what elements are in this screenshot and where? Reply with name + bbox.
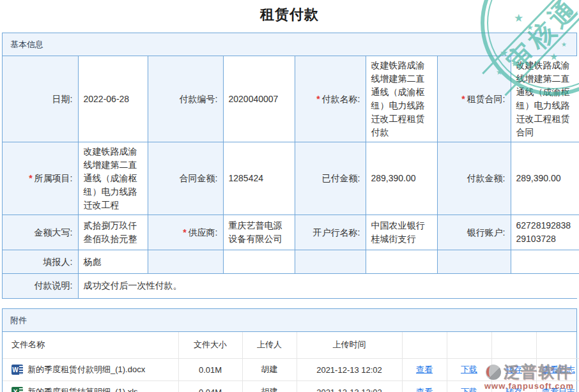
paid-amount-label: 已付金额:: [295, 142, 366, 215]
basic-info-panel: 基本信息 日期: 2022-06-28 付款编号: 2020040007 *付款…: [2, 33, 577, 299]
empty-value-cell: [366, 250, 437, 274]
bank-name-label: 开户行名称:: [295, 215, 366, 250]
empty-label-cell: [148, 250, 223, 274]
attachment-row: X 新的季度租赁结算明细_(1).xls 0.04M 胡建 2021-12-13…: [3, 381, 579, 392]
empty-value-cell: [511, 250, 579, 274]
file-upload-time: 2021-12-13 12:02: [297, 381, 402, 392]
col-header-action: [402, 332, 447, 359]
view-link[interactable]: 查看: [416, 365, 433, 374]
view-link[interactable]: 查看: [416, 387, 433, 392]
payment-name-value: 改建铁路成渝线增建第二直通线（成渝枢纽）电力线路迁改工程租赁付款: [366, 56, 437, 142]
date-value: 2022-06-28: [78, 56, 148, 142]
empty-label-cell: [295, 250, 366, 274]
lease-contract-value: 改建铁路成渝线增建第二直通线（成渝枢纽）电力线路迁改工程租赁合同: [511, 56, 579, 142]
preparer-label: 填报人:: [3, 250, 78, 274]
save-as-link[interactable]: 转存: [506, 387, 522, 392]
col-header-file-size: 文件大小: [178, 332, 242, 359]
attachments-table: 文件名称 文件大小 上传人 上传时间 W 新的季度租赁付款明细_(1).docx…: [3, 332, 579, 392]
required-asterisk: *: [316, 94, 320, 104]
view-log-link[interactable]: 查看日志: [542, 365, 575, 374]
download-link[interactable]: 下载: [461, 365, 477, 374]
amount-words-label: 金额大写:: [3, 215, 78, 250]
attachment-row: W 新的季度租赁付款明细_(1).docx 0.01M 胡建 2021-12-1…: [3, 359, 579, 381]
project-label: *所属项目:: [3, 142, 78, 215]
bank-account-label: 银行账户:: [437, 215, 511, 250]
required-asterisk: *: [461, 94, 465, 104]
excel-file-icon: X: [12, 387, 23, 392]
page-title: 租赁付款: [0, 0, 579, 33]
payment-amount-label: 付款金额:: [437, 142, 511, 215]
attachments-panel: 附件 文件名称 文件大小 上传人 上传时间 W 新的季度租赁付款明细_(1).d…: [2, 308, 577, 392]
payment-amount-value: 289,390.00: [511, 142, 579, 215]
col-header-action: [447, 332, 491, 359]
basic-info-section-header: 基本信息: [3, 33, 576, 56]
col-header-uploader: 上传人: [242, 332, 297, 359]
lease-contract-label: *租赁合同:: [437, 56, 511, 142]
col-header-upload-time: 上传时间: [297, 332, 402, 359]
payment-note-value: 成功交付后一次性付款。: [78, 274, 579, 298]
project-value: 改建铁路成渝线增建第二直通线（成渝枢纽）电力线路迁改工程: [78, 142, 148, 215]
file-upload-time: 2021-12-13 12:02: [297, 359, 402, 381]
file-uploader: 胡建: [242, 381, 297, 392]
payment-no-label: 付款编号:: [148, 56, 223, 142]
word-file-icon: W: [12, 365, 23, 375]
view-log-link[interactable]: 查看日志: [542, 387, 575, 392]
col-header-action: [491, 332, 536, 359]
date-label: 日期:: [3, 56, 78, 142]
file-size: 0.01M: [178, 359, 242, 381]
contract-amount-label: 合同金额:: [148, 142, 223, 215]
download-link[interactable]: 下载: [461, 387, 477, 392]
bank-account-value: 6272819283829103728: [511, 215, 579, 250]
attachments-section-header: 附件: [3, 309, 576, 332]
preparer-value: 杨彪: [78, 250, 148, 274]
supplier-value: 重庆艺普电源设备有限公司: [223, 215, 295, 250]
save-as-link[interactable]: 转存: [506, 365, 522, 374]
payment-note-label: 付款说明:: [3, 274, 78, 298]
file-uploader: 胡建: [242, 359, 297, 381]
col-header-action: [536, 332, 579, 359]
payment-no-value: 2020040007: [223, 56, 295, 142]
file-name: 新的季度租赁付款明细_(1).docx: [27, 364, 145, 375]
paid-amount-value: 289,390.00: [366, 142, 437, 215]
required-asterisk: *: [29, 173, 32, 183]
basic-info-table: 日期: 2022-06-28 付款编号: 2020040007 *付款名称: 改…: [3, 56, 579, 298]
empty-value-cell: [223, 250, 295, 274]
bank-name-value: 中国农业银行桂城街支行: [366, 215, 437, 250]
payment-name-label: *付款名称:: [295, 56, 366, 142]
required-asterisk: *: [183, 227, 186, 237]
amount-words-value: 贰拾捌万玖仟叁佰玖拾元整: [78, 215, 148, 250]
col-header-file-name: 文件名称: [3, 332, 178, 359]
file-name: 新的季度租赁结算明细_(1).xls: [27, 386, 138, 392]
empty-label-cell: [437, 250, 511, 274]
contract-amount-value: 1285424: [223, 142, 295, 215]
supplier-label: *供应商:: [148, 215, 223, 250]
file-size: 0.04M: [178, 381, 242, 392]
